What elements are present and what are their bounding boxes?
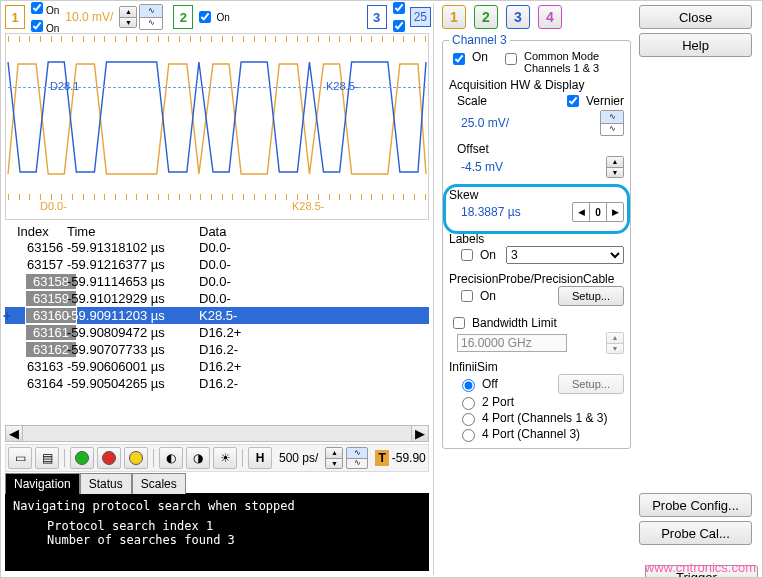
- bandwidth-checkbox[interactable]: [453, 317, 465, 329]
- help-button[interactable]: Help: [639, 33, 752, 57]
- labels-on-checkbox[interactable]: [461, 249, 473, 261]
- header-time[interactable]: Time: [67, 224, 199, 239]
- precision-setup-button[interactable]: Setup...: [558, 286, 624, 306]
- ch1-coupling[interactable]: ∿∿: [139, 4, 163, 30]
- table-row[interactable]: 63164-59.90504265 µsD16.2-: [5, 375, 429, 392]
- waveform-svg: [6, 34, 428, 219]
- strip-ch2-badge[interactable]: 2: [173, 5, 193, 29]
- tb-green-icon[interactable]: [70, 447, 94, 469]
- labels-label: Labels: [449, 232, 624, 246]
- time-per-div: 500 ps/: [279, 451, 318, 465]
- tab-scales[interactable]: Scales: [132, 473, 186, 494]
- table-row[interactable]: +63160-59.90911203 µsK28.5-: [5, 307, 429, 324]
- isim-off-radio[interactable]: [462, 379, 475, 392]
- labels-select[interactable]: 3: [506, 246, 624, 264]
- separator: [153, 449, 154, 467]
- table-scrollbar[interactable]: ◀ ▶: [5, 425, 429, 442]
- probe-cal-button[interactable]: Probe Cal...: [639, 521, 752, 545]
- infiniisim-label: InfiniiSim: [449, 360, 624, 374]
- precision-on-checkbox[interactable]: [461, 290, 473, 302]
- strip-ch3-badge[interactable]: 3: [367, 5, 387, 29]
- tb-misc-icon[interactable]: ▤: [35, 447, 59, 469]
- ch1-on-bottom-checkbox[interactable]: [31, 20, 43, 32]
- ch2-on-checkbox[interactable]: [199, 11, 211, 23]
- coupling-toggle[interactable]: ∿∿: [600, 110, 624, 136]
- vernier-checkbox[interactable]: [567, 95, 579, 107]
- scroll-right-icon[interactable]: ▶: [411, 426, 428, 441]
- channel-on-checkbox[interactable]: [453, 53, 465, 65]
- ch1-on-top-label: On: [46, 5, 59, 16]
- timebase-stepper[interactable]: ▲▼: [325, 447, 343, 469]
- ch1-on-top-checkbox[interactable]: [31, 2, 43, 14]
- table-row[interactable]: 63162-59.90707733 µsD16.2-: [5, 341, 429, 358]
- bandwidth-stepper: ▲▼: [606, 332, 624, 354]
- panel-channel-3-button[interactable]: 3: [506, 5, 530, 29]
- scroll-left-icon[interactable]: ◀: [6, 426, 23, 441]
- labels-on-text: On: [480, 248, 496, 262]
- bottom-tabs: Navigation Status Scales: [5, 472, 429, 493]
- skew-value[interactable]: 18.3887 µs: [457, 203, 535, 221]
- scale-label: Scale: [457, 94, 487, 108]
- table-row[interactable]: 63159-59.91012929 µsD0.0-: [5, 290, 429, 307]
- ch3-value: 25: [410, 7, 431, 27]
- channel-fieldset: Channel 3 On Common Mode Channels 1 & 3 …: [442, 33, 631, 449]
- tb-brightness-icon[interactable]: ☀: [213, 447, 237, 469]
- close-button[interactable]: Close: [639, 5, 752, 29]
- decode-table: Index Time Data 63156-59.91318102 µsD0.0…: [5, 222, 429, 442]
- skew-stepper[interactable]: ◀0▶: [572, 202, 624, 222]
- table-row[interactable]: 63158-59.91114653 µsD0.0-: [5, 273, 429, 290]
- tab-status[interactable]: Status: [80, 473, 132, 494]
- table-header: Index Time Data: [5, 222, 429, 239]
- ch3-on-bottom-checkbox[interactable]: [393, 20, 405, 32]
- header-data[interactable]: Data: [199, 224, 429, 239]
- panel-channel-2-button[interactable]: 2: [474, 5, 498, 29]
- isim-setup-button[interactable]: Setup...: [558, 374, 624, 394]
- precision-label: PrecisionProbe/PrecisionCable: [449, 272, 624, 286]
- skew-label: Skew: [449, 188, 624, 202]
- isim-4port13-label: 4 Port (Channels 1 & 3): [482, 411, 607, 425]
- panel-channel-4-button[interactable]: 4: [538, 5, 562, 29]
- tb-contrast-icon[interactable]: ◐: [159, 447, 183, 469]
- scale-value[interactable]: 25.0 mV/: [457, 114, 535, 132]
- isim-4port3-label: 4 Port (Channel 3): [482, 427, 580, 441]
- trigger-time: -59.90: [392, 451, 426, 465]
- strip-ch1-badge[interactable]: 1: [5, 5, 25, 29]
- table-row[interactable]: 63163-59.90606001 µsD16.2+: [5, 358, 429, 375]
- isim-off-label: Off: [482, 377, 498, 391]
- bandwidth-value: [457, 334, 567, 352]
- tb-doc-icon[interactable]: ▭: [8, 447, 32, 469]
- tb-inverse-icon[interactable]: ◑: [186, 447, 210, 469]
- precision-on-text: On: [480, 289, 496, 303]
- tb-yellow-icon[interactable]: [124, 447, 148, 469]
- tab-navigation[interactable]: Navigation: [5, 473, 80, 494]
- on-label: On: [472, 50, 488, 64]
- marker-d28-1: D28.1: [50, 80, 79, 92]
- offset-label: Offset: [457, 142, 624, 156]
- probe-config-button[interactable]: Probe Config...: [639, 493, 752, 517]
- table-row[interactable]: 63156-59.91318102 µsD0.0-: [5, 239, 429, 256]
- trigger-badge: T: [375, 450, 388, 466]
- common-mode-checkbox[interactable]: [505, 53, 517, 65]
- table-row[interactable]: 63161-59.90809472 µsD16.2+: [5, 324, 429, 341]
- timebase-mode[interactable]: ∿∿: [346, 447, 368, 469]
- marker-k28-5-top: K28.5-: [326, 80, 358, 92]
- offset-stepper[interactable]: ▲▼: [606, 156, 624, 178]
- isim-4port13-radio[interactable]: [462, 413, 475, 426]
- bandwidth-label: Bandwidth Limit: [472, 316, 557, 330]
- horizontal-button[interactable]: H: [248, 447, 272, 469]
- table-row[interactable]: 63157-59.91216377 µsD0.0-: [5, 256, 429, 273]
- current-row-icon: +: [3, 308, 11, 324]
- isim-4port3-radio[interactable]: [462, 429, 475, 442]
- tb-red-icon[interactable]: [97, 447, 121, 469]
- isim-2port-radio[interactable]: [462, 397, 475, 410]
- channel-strip: 1 On On 10.0 mV/ ▲▼ ∿∿ 2 On 3 25: [3, 3, 431, 31]
- header-index[interactable]: Index: [5, 224, 67, 239]
- panel-channel-1-button[interactable]: 1: [442, 5, 466, 29]
- ch1-stepper[interactable]: ▲▼: [119, 6, 137, 28]
- trigger-button[interactable]: Trigger...: [645, 565, 758, 578]
- offset-value[interactable]: -4.5 mV: [457, 158, 535, 176]
- ch3-on-top-checkbox[interactable]: [393, 2, 405, 14]
- waveform-display[interactable]: D28.1 K28.5- D0.0- K28.5-: [5, 33, 429, 220]
- bottom-toolbar: ▭ ▤ ◐ ◑ ☀ H 500 ps/ ▲▼ ∿∿ T -59.90: [5, 444, 429, 472]
- separator: [64, 449, 65, 467]
